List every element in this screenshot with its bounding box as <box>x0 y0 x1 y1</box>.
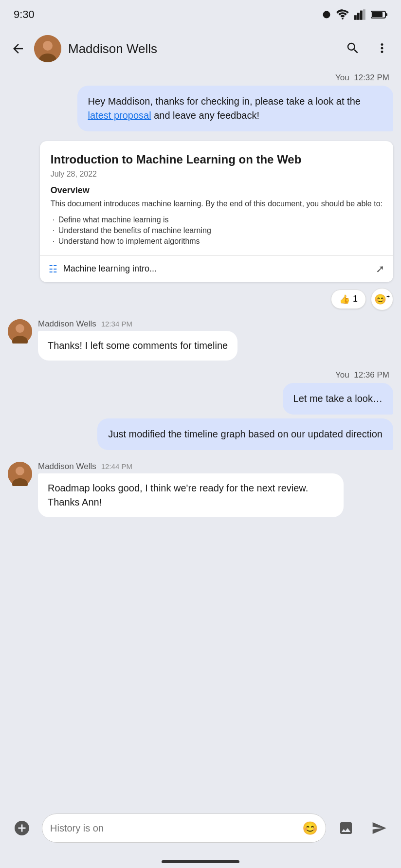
svg-rect-2 <box>354 15 357 20</box>
back-button[interactable] <box>9 39 27 58</box>
send-button[interactable] <box>366 815 392 841</box>
svg-point-13 <box>16 324 24 333</box>
message-input-pill: 😊 <box>42 814 326 843</box>
search-icon <box>346 41 360 55</box>
doc-filename: Machine learning intro... <box>63 264 370 274</box>
input-bar: 😊 <box>0 809 401 848</box>
sender-time-1: 12:34 PM <box>101 320 132 328</box>
doc-title: Introduction to Machine Learning on the … <box>51 152 383 167</box>
app-bar-action-buttons <box>343 38 392 60</box>
sent-message-group-2: Let me take a look… Just modified the ti… <box>8 383 393 450</box>
doc-date: July 28, 2022 <box>51 170 383 179</box>
doc-bullet-1: Define what machine learning is <box>51 215 383 225</box>
thumbsup-count: 1 <box>353 294 358 304</box>
sender-name-1: Maddison Wells <box>38 319 96 329</box>
sent-bubble-2a: Let me take a look… <box>283 383 393 415</box>
svg-point-0 <box>323 11 330 18</box>
add-content-button[interactable] <box>9 815 35 841</box>
status-bar: 9:30 <box>0 0 401 29</box>
doc-description: This document introduces machine learnin… <box>51 199 383 209</box>
doc-file-icon: ☷ <box>49 263 57 275</box>
sent-timestamp-2: You 12:36 PM <box>8 370 389 380</box>
latest-proposal-link[interactable]: latest proposal <box>88 110 151 121</box>
received-message-row-2: Maddison Wells 12:44 PM Roadmap looks go… <box>8 462 393 517</box>
sender-row-2: Maddison Wells 12:44 PM <box>38 462 393 471</box>
add-icon <box>13 819 31 837</box>
document-card[interactable]: Introduction to Machine Learning on the … <box>40 141 393 282</box>
maddison-avatar-1 <box>8 319 32 344</box>
maddison-avatar-image-1 <box>8 319 32 344</box>
received-message-content-2: Maddison Wells 12:44 PM Roadmap looks go… <box>38 462 393 517</box>
doc-preview: Introduction to Machine Learning on the … <box>40 141 393 255</box>
sender-time-2: 12:44 PM <box>101 462 132 470</box>
svg-point-10 <box>43 41 53 51</box>
thumbsup-emoji: 👍 <box>339 294 350 305</box>
app-bar: Maddison Wells <box>0 29 401 68</box>
emoji-button[interactable]: 😊 <box>302 821 318 836</box>
signal-icon <box>354 9 366 20</box>
svg-rect-7 <box>372 12 383 17</box>
received-bubble-2: Roadmap looks good, I think we're ready … <box>38 473 344 517</box>
sent-message-1: Hey Maddison, thanks for checking in, pl… <box>77 86 393 131</box>
received-bubble-1: Thanks! I left some comments for timelin… <box>38 331 237 361</box>
svg-rect-4 <box>360 11 363 20</box>
battery-icon <box>371 10 387 19</box>
maddison-avatar-2 <box>8 462 32 486</box>
back-arrow-icon <box>11 41 25 56</box>
chat-area: You 12:32 PM Hey Maddison, thanks for ch… <box>0 68 401 579</box>
status-time: 9:30 <box>14 8 35 21</box>
status-icons <box>322 9 387 20</box>
svg-point-1 <box>342 18 344 19</box>
doc-bullet-2: Understand the benefits of machine learn… <box>51 225 383 236</box>
svg-rect-5 <box>363 9 365 20</box>
sent-timestamp-1: You 12:32 PM <box>8 73 389 83</box>
doc-bullets: Define what machine learning is Understa… <box>51 215 383 247</box>
more-options-icon <box>375 41 389 55</box>
reaction-row: 👍 1 😊+ <box>8 288 393 310</box>
svg-point-16 <box>16 467 24 475</box>
doc-section-title: Overview <box>51 185 383 196</box>
sender-name-2: Maddison Wells <box>38 462 96 471</box>
wifi-icon <box>336 9 349 20</box>
search-button[interactable] <box>343 38 363 60</box>
camera-dot-icon <box>322 10 331 19</box>
sent-bubble-2b: Just modified the timeline graph based o… <box>97 418 393 450</box>
avatar <box>34 35 61 62</box>
svg-rect-8 <box>386 13 387 16</box>
image-icon <box>338 820 354 836</box>
svg-rect-3 <box>357 13 360 19</box>
message-input[interactable] <box>50 823 302 834</box>
thumbsup-reaction-button[interactable]: 👍 1 <box>331 289 366 309</box>
home-indicator <box>162 860 239 863</box>
add-emoji-icon: 😊+ <box>374 293 390 305</box>
more-options-button[interactable] <box>372 38 392 60</box>
doc-open-icon[interactable]: ➚ <box>376 263 384 275</box>
image-attach-button[interactable] <box>333 815 359 841</box>
received-message-content-1: Maddison Wells 12:34 PM Thanks! I left s… <box>38 319 393 361</box>
sender-row-1: Maddison Wells 12:34 PM <box>38 319 393 329</box>
chat-title: Maddison Wells <box>68 41 336 56</box>
doc-bullet-3: Understand how to implement algorithms <box>51 236 383 247</box>
received-message-row-1: Maddison Wells 12:34 PM Thanks! I left s… <box>8 319 393 361</box>
send-icon <box>371 820 387 836</box>
doc-footer[interactable]: ☷ Machine learning intro... ➚ <box>40 255 393 282</box>
maddison-avatar-image-2 <box>8 462 32 486</box>
add-reaction-button[interactable]: 😊+ <box>371 288 393 310</box>
avatar-image <box>34 35 61 62</box>
